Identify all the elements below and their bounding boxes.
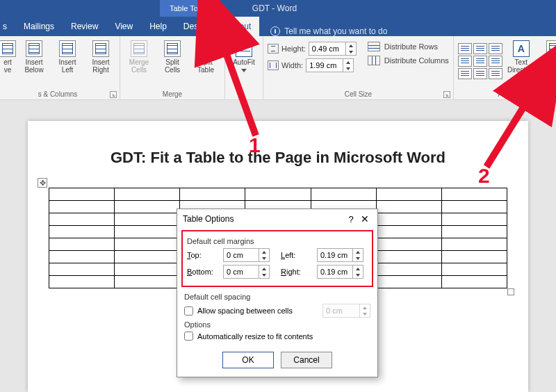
align-top-center[interactable]: [473, 43, 487, 54]
align-bot-center[interactable]: [473, 68, 487, 79]
table-cell[interactable]: [376, 263, 441, 276]
width-input[interactable]: [306, 61, 343, 70]
auto-resize-checkbox[interactable]: [184, 332, 193, 341]
tab-mailings[interactable]: Mailings: [15, 17, 63, 36]
table-row[interactable]: [49, 188, 507, 201]
table-cell[interactable]: [49, 276, 115, 288]
tell-me-text: Tell me what you want to do: [284, 26, 387, 36]
table-cell[interactable]: [441, 226, 507, 238]
table-cell[interactable]: [376, 188, 441, 201]
tab-view[interactable]: View: [106, 17, 141, 36]
align-mid-center[interactable]: [473, 56, 487, 67]
table-cell[interactable]: [376, 251, 441, 263]
table-cell[interactable]: [49, 263, 115, 276]
table-cell[interactable]: [180, 188, 245, 201]
cancel-button[interactable]: Cancel: [281, 352, 332, 368]
tab-review[interactable]: Review: [63, 17, 106, 36]
right-input[interactable]: [318, 268, 352, 276]
dialog-launcher-icon[interactable]: [110, 91, 117, 98]
insert-right-button[interactable]: Insert Right: [86, 39, 115, 75]
help-button[interactable]: ?: [344, 214, 358, 224]
table-cell[interactable]: [441, 213, 507, 226]
table-cell[interactable]: [49, 201, 115, 213]
table-cell[interactable]: [376, 201, 441, 213]
table-cell[interactable]: [441, 238, 507, 251]
dialog-titlebar[interactable]: Table Options ? ✕: [177, 209, 377, 229]
table-cell[interactable]: [49, 238, 115, 251]
insert-left-button[interactable]: Insert Left: [53, 39, 82, 75]
tell-me[interactable]: Tell me what you want to do: [270, 26, 387, 36]
autofit-button[interactable]: AutoFit: [229, 39, 259, 74]
table-cell[interactable]: [49, 213, 115, 226]
table-cell[interactable]: [115, 226, 180, 238]
ok-button[interactable]: OK: [222, 352, 274, 368]
spacing-spinner: [322, 304, 370, 318]
split-cells-button[interactable]: Split Cells: [158, 39, 187, 75]
table-cell[interactable]: [441, 201, 507, 213]
align-bot-right[interactable]: [489, 68, 502, 79]
close-button[interactable]: ✕: [358, 213, 372, 224]
right-spinner[interactable]: [317, 265, 363, 279]
group-label: Merge: [124, 89, 220, 98]
table-cell[interactable]: [441, 263, 507, 276]
table-cell[interactable]: [49, 188, 115, 201]
spin-down-icon[interactable]: [343, 65, 353, 72]
table-cell[interactable]: [115, 276, 180, 288]
spin-up-icon[interactable]: [346, 42, 356, 49]
width-spinner[interactable]: [306, 58, 354, 72]
table-cell[interactable]: [49, 226, 115, 238]
bottom-spinner[interactable]: [223, 265, 270, 279]
table-cell[interactable]: [376, 226, 441, 238]
section-default-spacing: Default cell spacing: [184, 293, 370, 301]
table-cell[interactable]: [245, 188, 311, 201]
table-cell[interactable]: [115, 238, 180, 251]
section-default-margins: Default cell margins: [187, 237, 368, 245]
merge-cells-button[interactable]: Merge Cells: [124, 39, 154, 75]
table-move-handle[interactable]: ✥: [38, 178, 47, 188]
height-input[interactable]: [309, 44, 345, 53]
table-cell[interactable]: [441, 188, 507, 201]
insert-below-button[interactable]: Insert Below: [19, 39, 49, 75]
table-cell[interactable]: [49, 251, 115, 263]
partial-button[interactable]: ertve: [0, 39, 15, 75]
align-top-right[interactable]: [489, 43, 502, 54]
distribute-rows-button[interactable]: Distribute Rows: [368, 42, 449, 51]
table-cell[interactable]: [441, 276, 507, 288]
text-direction-button[interactable]: AText Direction: [507, 39, 536, 75]
table-cell[interactable]: [441, 251, 507, 263]
contextual-tab-group: Table Tools: [160, 0, 218, 17]
table-cell[interactable]: [115, 188, 180, 201]
table-cell[interactable]: [115, 263, 180, 276]
top-input[interactable]: [224, 251, 259, 259]
align-bot-left[interactable]: [458, 68, 472, 79]
distribute-columns-button[interactable]: Distribute Columns: [368, 56, 449, 65]
tab-layout[interactable]: Layout: [218, 17, 259, 36]
left-spinner[interactable]: [317, 248, 363, 262]
split-table-button[interactable]: Split Table: [191, 39, 220, 75]
table-cell[interactable]: [376, 238, 441, 251]
table-cell[interactable]: [115, 251, 180, 263]
table-cell[interactable]: [376, 276, 441, 288]
spin-up-icon[interactable]: [343, 59, 353, 65]
tab-help[interactable]: Help: [141, 17, 175, 36]
table-cell[interactable]: [311, 188, 376, 201]
allow-spacing-checkbox[interactable]: [184, 307, 193, 316]
height-spinner[interactable]: [309, 42, 357, 56]
table-cell[interactable]: [115, 213, 180, 226]
bottom-input[interactable]: [224, 268, 259, 276]
table-cell[interactable]: [115, 201, 180, 213]
top-spinner[interactable]: [223, 248, 270, 262]
height-icon: [268, 44, 279, 54]
width-label: Width:: [281, 61, 303, 70]
left-input[interactable]: [318, 251, 352, 259]
align-top-left[interactable]: [458, 43, 472, 54]
spin-down-icon[interactable]: [346, 49, 356, 55]
tab-design[interactable]: Design: [175, 17, 218, 36]
align-mid-left[interactable]: [458, 56, 472, 67]
table-resize-handle[interactable]: [507, 288, 514, 295]
table-cell[interactable]: [376, 213, 441, 226]
dialog-launcher-icon[interactable]: [443, 91, 450, 98]
cell-margins-button[interactable]: Cell Margins: [540, 39, 556, 75]
tab-partial[interactable]: s: [0, 17, 15, 36]
align-mid-right[interactable]: [489, 56, 502, 67]
